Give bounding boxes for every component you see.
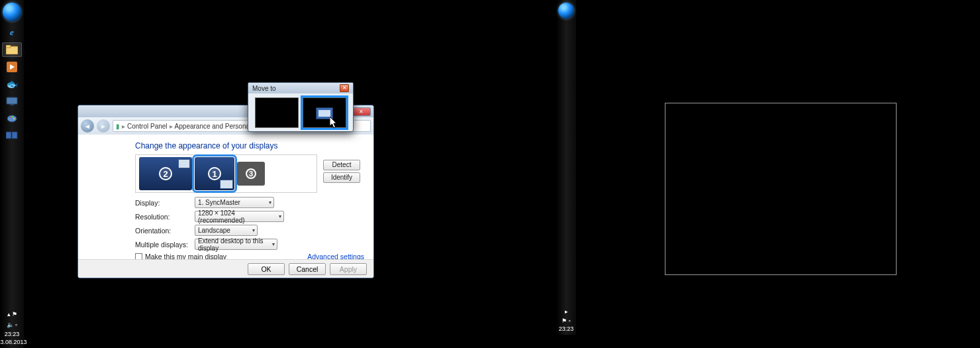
tray-time[interactable]: 23:23: [5, 331, 20, 337]
tray2-arrow-icon[interactable]: ▸: [556, 307, 576, 316]
nav-forward-icon[interactable]: ►: [97, 119, 110, 133]
close-button[interactable]: ✕: [351, 107, 371, 116]
popup-titlebar[interactable]: Move to ✕: [248, 83, 353, 93]
third-display-outline: [665, 103, 897, 275]
app-icon-display[interactable]: [2, 129, 22, 143]
svg-rect-9: [6, 132, 11, 139]
orientation-label: Orientation:: [135, 227, 195, 235]
svg-rect-4: [10, 104, 14, 105]
app-icon-paint[interactable]: [2, 111, 22, 126]
start-orb-icon[interactable]: [3, 3, 21, 21]
multi-display-select[interactable]: Extend desktop to this display: [195, 239, 277, 250]
orientation-value: Landscape: [198, 227, 230, 234]
ie-icon[interactable]: e: [2, 25, 22, 40]
svg-point-7: [12, 116, 13, 117]
button-row: OK Cancel Apply: [78, 259, 373, 278]
svg-rect-3: [7, 97, 17, 104]
apply-button[interactable]: Apply: [330, 263, 367, 275]
app-icon-yellow[interactable]: 🐟: [2, 77, 22, 91]
start-orb-secondary-icon[interactable]: [558, 3, 574, 19]
tray2-time[interactable]: 23:23: [556, 325, 576, 332]
display-value: 1. SyncMaster: [198, 199, 240, 206]
resolution-label: Resolution:: [135, 213, 195, 221]
svg-point-6: [9, 117, 11, 118]
detect-button[interactable]: Detect: [323, 160, 360, 170]
popup-close-button[interactable]: ✕: [340, 84, 349, 92]
multi-label: Multiple displays:: [135, 241, 195, 249]
svg-rect-1: [6, 45, 11, 48]
popup-monitor-2-thumb[interactable]: [303, 97, 346, 128]
app-icon-monitor[interactable]: [2, 94, 22, 109]
display-select[interactable]: 1. SyncMaster: [195, 197, 274, 208]
monitor-3-label: 3: [246, 168, 256, 179]
popup-monitor-1-thumb[interactable]: [255, 97, 299, 128]
tray-date[interactable]: 13.08.2013: [0, 339, 27, 345]
nav-back-icon[interactable]: ◄: [81, 119, 94, 133]
tray-flag-icon[interactable]: ⚑: [12, 311, 17, 318]
advanced-settings-link[interactable]: Advanced settings: [307, 253, 364, 259]
ok-button[interactable]: OK: [248, 263, 285, 275]
crumb-root[interactable]: Control Panel: [127, 123, 168, 130]
identify-button[interactable]: Identify: [323, 172, 360, 183]
resolution-value: 1280 × 1024 (recommended): [198, 209, 274, 224]
monitor-2-label: 2: [159, 167, 172, 180]
orientation-select[interactable]: Landscape: [195, 225, 258, 236]
multi-value: Extend desktop to this display: [198, 237, 268, 252]
main-display-label: Make this my main display: [145, 253, 226, 259]
monitor-1[interactable]: 1: [195, 157, 234, 190]
display-label: Display:: [135, 199, 195, 207]
monitor-arrangement[interactable]: 2 1 3: [135, 154, 317, 193]
taskbar-secondary: ▸ ⚑ ▫ 23:23: [556, 0, 576, 335]
svg-rect-10: [12, 132, 17, 139]
tray2-net-icon[interactable]: ▫: [568, 318, 570, 324]
monitor-3[interactable]: 3: [237, 162, 265, 186]
explorer-icon[interactable]: [2, 42, 22, 57]
main-display-checkbox[interactable]: [135, 253, 142, 260]
monitor-1-label: 1: [208, 167, 221, 180]
monitor-2[interactable]: 2: [139, 157, 192, 190]
svg-point-8: [13, 118, 15, 119]
system-tray-secondary: ▸ ⚑ ▫ 23:23: [556, 307, 576, 335]
tray2-flag-icon[interactable]: ⚑: [562, 318, 567, 324]
page-title: Change the appearance of your displays: [135, 141, 364, 150]
media-player-icon[interactable]: [2, 60, 22, 74]
popup-title-label: Move to: [252, 85, 276, 92]
taskbar-primary: e 🐟 ▴ ⚑ 🔈 ▫ 23:23 13.08.2013: [0, 0, 24, 348]
move-to-popup: Move to ✕: [248, 82, 354, 132]
tray-arrow-icon[interactable]: ▴: [7, 311, 11, 318]
system-tray: ▴ ⚑ 🔈 ▫ 23:23 13.08.2013: [0, 310, 24, 348]
cancel-button[interactable]: Cancel: [289, 263, 326, 275]
resolution-select[interactable]: 1280 × 1024 (recommended): [195, 211, 284, 222]
tray-action-icon[interactable]: ▫: [15, 321, 17, 328]
tray-network-icon[interactable]: 🔈: [7, 321, 14, 328]
window-body: Change the appearance of your displays 2…: [78, 135, 373, 259]
